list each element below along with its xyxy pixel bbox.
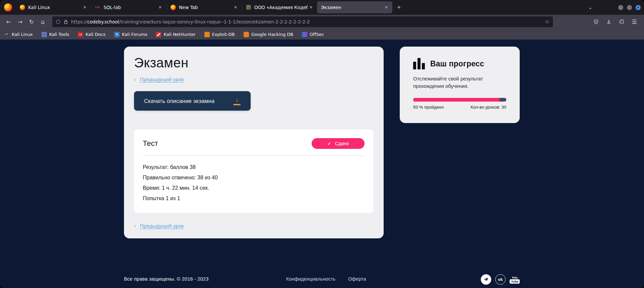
bookmark-label: Kali NetHunter <box>164 32 195 37</box>
download-exam-description-button[interactable]: Скачать описание экзамна ↓ <box>134 91 251 111</box>
google-hacking-db-bird-icon <box>244 32 249 37</box>
url-domain: codeby.school <box>87 19 119 24</box>
forward-button[interactable]: → <box>15 17 25 27</box>
tab-ekzamen-active[interactable]: Экзамен ✕ <box>317 1 392 13</box>
tab-title: Экзамен <box>321 5 383 10</box>
toolbar-right-icons: ☰ <box>590 17 641 27</box>
download-icon: ↓ <box>233 97 241 105</box>
test-title: Тест <box>143 139 158 148</box>
new-tab-button[interactable]: + <box>394 3 404 12</box>
firefox-favicon-icon <box>170 5 176 10</box>
kali-docs-icon <box>78 32 83 37</box>
sql-favicon-icon: SQL <box>95 5 101 10</box>
tab-close-icon[interactable]: ✕ <box>232 4 239 10</box>
copyright-text: Все права защищены. © 2016 - 2023 <box>124 276 208 282</box>
protections-shield-icon[interactable] <box>591 17 601 27</box>
tab-close-icon[interactable]: ✕ <box>81 4 88 10</box>
download-button-label: Скачать описание экзамна <box>144 98 233 104</box>
bookmarks-toolbar: Kali Linux Kali Tools Kali Docs Kali For… <box>0 29 644 40</box>
home-button[interactable]: ⌂ <box>38 17 48 27</box>
exam-card: Экзамен ‹ Предыдущий урок Скачать описан… <box>124 47 384 238</box>
download-underline <box>233 104 241 105</box>
bookmark-kali-docs[interactable]: Kali Docs <box>78 32 106 37</box>
progress-description: Отслеживайте свой результат прохождения … <box>413 75 494 90</box>
offer-link[interactable]: Оферта <box>348 276 366 282</box>
firefox-favicon-icon <box>19 5 25 10</box>
tab-close-icon[interactable]: ✕ <box>383 4 390 10</box>
result-attempt: Попытка 1 из 1 <box>143 195 365 202</box>
chevron-left-icon: ‹ <box>134 76 136 82</box>
lock-icon[interactable] <box>64 19 68 24</box>
page-content: Экзамен ‹ Предыдущий урок Скачать описан… <box>0 40 644 288</box>
footer-links: Конфиденциальность Оферта <box>286 276 379 282</box>
site-favicon-icon <box>246 5 251 10</box>
list-all-tabs-icon[interactable]: ⌄ <box>588 4 592 10</box>
tab-sql-lab[interactable]: SQL SQL-lab ✕ <box>91 1 166 13</box>
previous-lesson-link-bottom[interactable]: ‹ Предыдущий урок <box>134 223 374 229</box>
url-bar[interactable]: https://codeby.school/training/view/kurs… <box>52 16 553 27</box>
downloads-icon[interactable] <box>603 17 614 27</box>
telegram-icon[interactable] <box>481 274 491 285</box>
url-text[interactable]: https://codeby.school/training/view/kurs… <box>71 19 542 24</box>
bookmark-kali-tools[interactable]: Kali Tools <box>42 32 69 37</box>
tab-title: ООО «Академия Кодеба <box>254 5 308 10</box>
tab-title: New Tab <box>179 5 232 10</box>
progress-title: Ваш прогресс <box>430 59 484 68</box>
bookmark-kali-forums[interactable]: Kali Forums <box>114 32 147 37</box>
tracking-shield-icon[interactable] <box>56 19 61 24</box>
chevron-left-icon: ‹ <box>134 223 136 229</box>
exploit-db-bird-icon <box>204 32 210 37</box>
youtube-you-text: You <box>512 276 517 279</box>
window-maximize-button[interactable] <box>627 5 632 10</box>
bookmark-label: Kali Tools <box>49 32 69 37</box>
download-arrow-glyph: ↓ <box>235 97 239 103</box>
tab-kali-linux[interactable]: Kali Linux ✕ <box>15 1 91 13</box>
kali-nethunter-icon <box>156 32 161 37</box>
back-button[interactable]: ← <box>3 17 14 27</box>
result-correct: Правильно отвечено: 38 из 40 <box>143 174 365 181</box>
tab-close-icon[interactable]: ✕ <box>157 4 164 10</box>
reload-button[interactable]: ↻ <box>26 17 37 27</box>
previous-lesson-label[interactable]: Предыдущий урок <box>140 76 184 82</box>
progress-percent-label: 93 % пройдено <box>413 105 444 110</box>
vk-icon[interactable]: vk <box>495 274 506 285</box>
bookmark-kali-nethunter[interactable]: Kali NetHunter <box>156 32 195 37</box>
result-time: Время: 1 ч. 22 мин. 14 сек. <box>143 185 365 191</box>
privacy-link[interactable]: Конфиденциальность <box>286 276 335 282</box>
test-result-card: Тест ✓ Сдано Результат: баллов 38 Правил… <box>134 129 373 213</box>
menu-hamburger-icon[interactable]: ☰ <box>629 17 640 27</box>
test-header: Тест ✓ Сдано <box>143 138 365 149</box>
progress-bar <box>413 98 506 102</box>
youtube-icon[interactable]: You Tube <box>510 276 520 284</box>
tab-new-tab[interactable]: New Tab ✕ <box>166 1 242 13</box>
lessons-count-label: Кол-во уроков: 30 <box>470 105 506 110</box>
offsec-icon <box>302 32 307 37</box>
youtube-tube-text: Tube <box>510 279 520 284</box>
tab-bar: Kali Linux ✕ SQL SQL-lab ✕ New Tab ✕ ООО… <box>0 0 644 15</box>
previous-lesson-link-top[interactable]: ‹ Предыдущий урок <box>134 76 374 82</box>
kali-forums-icon <box>114 32 120 37</box>
bookmark-label: Google Hacking DB <box>251 32 294 37</box>
window-close-button[interactable]: ✕ <box>636 5 641 10</box>
tab-title: SQL-lab <box>104 5 157 10</box>
bookmark-kali-linux[interactable]: Kali Linux <box>4 32 33 37</box>
bookmark-star-icon[interactable]: ☆ <box>545 19 550 25</box>
bookmark-label: OffSec <box>310 32 324 37</box>
page-title: Экзамен <box>134 55 374 70</box>
url-path: /training/view/kurs-laquo-osnovy-linux-r… <box>119 19 310 24</box>
bookmark-google-hacking-db[interactable]: Google Hacking DB <box>244 32 294 37</box>
tab-akademiya-codeby[interactable]: ООО «Академия Кодеба ✕ <box>242 1 317 13</box>
bookmark-offsec[interactable]: OffSec <box>302 32 324 37</box>
previous-lesson-label[interactable]: Предыдущий урок <box>140 223 184 229</box>
progress-header: Ваш прогресс <box>413 58 506 69</box>
bookmark-exploit-db[interactable]: Exploit-DB <box>204 32 235 37</box>
url-protocol: https:// <box>71 19 87 24</box>
progress-labels: 93 % пройдено Кол-во уроков: 30 <box>413 105 506 110</box>
tab-close-icon[interactable]: ✕ <box>308 4 314 10</box>
firefox-logo-icon <box>4 3 12 11</box>
bookmark-label: Exploit-DB <box>212 32 235 37</box>
extensions-puzzle-icon[interactable] <box>616 17 627 27</box>
bar-chart-icon <box>413 58 425 69</box>
window-minimize-button[interactable] <box>618 5 623 10</box>
bookmark-label: Kali Docs <box>85 32 106 37</box>
